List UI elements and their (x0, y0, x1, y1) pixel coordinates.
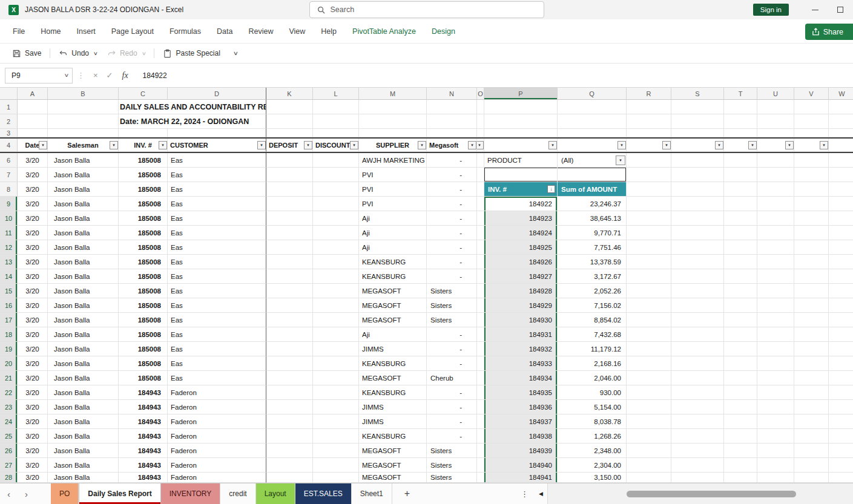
cancel-icon[interactable]: × (93, 71, 98, 80)
cell-P24[interactable]: 184937 (484, 414, 558, 429)
cell-A8[interactable]: 3/20 (18, 182, 48, 197)
cell-D9[interactable]: Eas (168, 197, 266, 211)
cell-Q25[interactable]: 1,268.26 (558, 429, 627, 443)
sheet-tab-credit[interactable]: credit (220, 483, 255, 504)
column-header-N[interactable]: N (427, 88, 477, 100)
cell-R28[interactable] (627, 473, 671, 483)
cell-T11[interactable] (724, 226, 757, 240)
cell-Q4[interactable]: ▼ (558, 139, 627, 152)
cell-M28[interactable]: MEGASOFT (359, 473, 427, 483)
cell-P26[interactable]: 184939 (484, 443, 558, 458)
cell-T26[interactable] (724, 443, 757, 458)
cell-K25[interactable] (266, 429, 313, 443)
cell-C20[interactable]: 185008 (119, 356, 168, 371)
column-header-M[interactable]: M (359, 88, 427, 100)
cell-L26[interactable] (313, 443, 359, 458)
cell-U10[interactable] (757, 211, 794, 226)
cell-M13[interactable]: KEANSBURG (359, 255, 427, 269)
cell-K11[interactable] (266, 226, 313, 240)
cell-B24[interactable]: Jason Balla (48, 414, 119, 429)
cell-P7[interactable] (484, 168, 558, 182)
filter-button-N4[interactable]: ▼ (468, 141, 476, 149)
cell-V14[interactable] (794, 269, 829, 284)
cell-D4[interactable]: CUSTOMER▼ (168, 139, 266, 152)
cell-P16[interactable]: 184929 (484, 298, 558, 313)
cell-M12[interactable]: Aji (359, 240, 427, 255)
insert-function-icon[interactable]: fx (122, 71, 128, 80)
column-header-C[interactable]: C (119, 88, 168, 100)
cell-U18[interactable] (757, 327, 794, 342)
sheet-options-icon[interactable]: ⋮ (515, 483, 535, 504)
cell-P13[interactable]: 184926 (484, 255, 558, 269)
row-header-6[interactable]: 6 (0, 153, 18, 168)
cell-D18[interactable]: Eas (168, 327, 266, 342)
cell-V1[interactable] (794, 100, 829, 114)
cell-O13[interactable] (477, 255, 484, 269)
cell-N11[interactable]: - (427, 226, 477, 240)
cell-P18[interactable]: 184931 (484, 327, 558, 342)
cell-V27[interactable] (794, 458, 829, 473)
cell-V17[interactable] (794, 313, 829, 327)
cell-O21[interactable] (477, 371, 484, 385)
cell-W9[interactable] (829, 197, 853, 211)
cell-W25[interactable] (829, 429, 853, 443)
report-title[interactable]: DAILY SALES AND ACCOUNTABILITY REPORT (119, 100, 266, 114)
minimize-button[interactable] (802, 0, 828, 19)
cell-B12[interactable]: Jason Balla (48, 240, 119, 255)
cell-L16[interactable] (313, 298, 359, 313)
filter-button-Q4[interactable]: ▼ (618, 141, 626, 149)
cell-V12[interactable] (794, 240, 829, 255)
cell-D22[interactable]: Faderon (168, 385, 266, 400)
cell-S3[interactable] (671, 129, 724, 137)
cell-V23[interactable] (794, 400, 829, 414)
name-box[interactable]: P9 ∨ (5, 68, 73, 83)
cell-R27[interactable] (627, 458, 671, 473)
cell-V2[interactable] (794, 114, 829, 129)
cell-N14[interactable]: - (427, 269, 477, 284)
cell-S26[interactable] (671, 443, 724, 458)
pivot-header-amount[interactable]: Sum of AMOUNT (558, 182, 627, 197)
cell-V26[interactable] (794, 443, 829, 458)
cell-W8[interactable] (829, 182, 853, 197)
cell-K7[interactable] (266, 168, 313, 182)
cell-M8[interactable]: PVI (359, 182, 427, 197)
cell-P10[interactable]: 184923 (484, 211, 558, 226)
cell-B23[interactable]: Jason Balla (48, 400, 119, 414)
row-header-10[interactable]: 10 (0, 211, 18, 226)
cell-L27[interactable] (313, 458, 359, 473)
cell-U1[interactable] (757, 100, 794, 114)
cell-K24[interactable] (266, 414, 313, 429)
cell-T21[interactable] (724, 371, 757, 385)
cell-R22[interactable] (627, 385, 671, 400)
cell-P12[interactable]: 184925 (484, 240, 558, 255)
cell-U25[interactable] (757, 429, 794, 443)
cell-W23[interactable] (829, 400, 853, 414)
select-all-corner[interactable] (0, 88, 18, 100)
cell-A7[interactable]: 3/20 (18, 168, 48, 182)
cell-Q28[interactable]: 3,150.00 (558, 473, 627, 483)
sheet-tab-po[interactable]: PO (51, 483, 79, 504)
cell-V7[interactable] (794, 168, 829, 182)
cell-C12[interactable]: 185008 (119, 240, 168, 255)
cell-S4[interactable]: ▼ (671, 139, 724, 152)
cell-Q27[interactable]: 2,304.00 (558, 458, 627, 473)
cell-T23[interactable] (724, 400, 757, 414)
cell-N9[interactable]: - (427, 197, 477, 211)
cell-M9[interactable]: PVI (359, 197, 427, 211)
cell-S1[interactable] (671, 100, 724, 114)
scrollbar-thumb[interactable] (627, 491, 796, 497)
cell-L19[interactable] (313, 342, 359, 356)
cell-U20[interactable] (757, 356, 794, 371)
cell-K22[interactable] (266, 385, 313, 400)
cell-O8[interactable] (477, 182, 484, 197)
cell-C23[interactable]: 184943 (119, 400, 168, 414)
cell-C17[interactable]: 185008 (119, 313, 168, 327)
cell-O20[interactable] (477, 356, 484, 371)
row-header-8[interactable]: 8 (0, 182, 18, 197)
column-header-W[interactable]: W (829, 88, 853, 100)
ribbon-tab-view[interactable]: View (281, 19, 313, 43)
cell-K2[interactable] (266, 114, 313, 129)
cell-O1[interactable] (477, 100, 484, 114)
cell-N7[interactable]: - (427, 168, 477, 182)
cell-B14[interactable]: Jason Balla (48, 269, 119, 284)
